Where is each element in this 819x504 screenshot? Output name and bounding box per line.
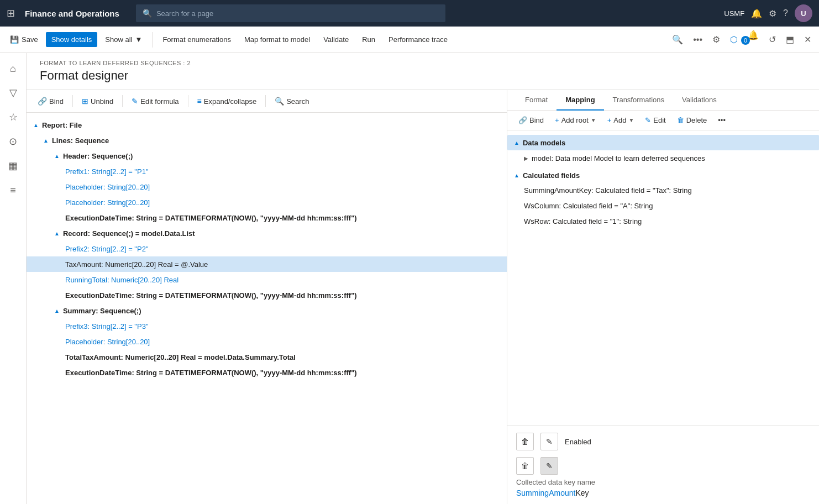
edit-formula-button[interactable]: ✎ Edit formula bbox=[127, 95, 183, 108]
page-header: FORMAT TO LEARN DEFERRED SEQUENCES : 2 F… bbox=[27, 53, 819, 90]
tab-mapping[interactable]: Mapping bbox=[556, 90, 603, 111]
search-icon[interactable]: 🔍 bbox=[669, 31, 686, 48]
edit-pencil-icon: ✎ bbox=[645, 116, 651, 124]
map-format-button[interactable]: Map format to model bbox=[239, 32, 316, 47]
collected-row: 🗑 ✎ bbox=[516, 457, 810, 475]
tree-item-taxamount[interactable]: TaxAmount: Numeric[20..20] Real = @.Valu… bbox=[27, 256, 507, 272]
more-button[interactable]: ••• bbox=[713, 114, 730, 127]
right-bottom-section: 🗑 ✎ Enabled 🗑 ✎ Collected data key name … bbox=[507, 426, 819, 504]
add-root-icon: + bbox=[555, 116, 559, 124]
tree-item-placeholder3[interactable]: Placeholder: String[20..20] bbox=[27, 334, 507, 349]
content-area: FORMAT TO LEARN DEFERRED SEQUENCES : 2 F… bbox=[27, 53, 819, 504]
arrow-model: ▶ bbox=[524, 155, 528, 161]
top-navigation: ⊞ Finance and Operations 🔍 USMF 🔔 ⚙ ? U bbox=[0, 0, 819, 27]
right-bind-button[interactable]: 🔗 Bind bbox=[514, 114, 548, 127]
global-search-input[interactable] bbox=[156, 9, 439, 18]
format-tree: ▲ Report: File ▲ Lines: Sequence ▲ Heade… bbox=[27, 113, 507, 504]
tree-item-prefix3[interactable]: Prefix3: String[2..2] = "P3" bbox=[27, 318, 507, 334]
grid-icon[interactable]: ⊞ bbox=[7, 7, 15, 19]
sidebar-calendar-icon[interactable]: ▦ bbox=[2, 155, 24, 177]
toolbar-right-actions: 🔍 ••• ⚙ ⬡ 🔔 0 ↺ ⬒ ✕ bbox=[669, 30, 815, 49]
tree-item-record[interactable]: ▲ Record: Sequence(;) = model.Data.List bbox=[27, 225, 507, 241]
collected-value-part1: Summing bbox=[516, 489, 549, 497]
model-item-model[interactable]: ▶ model: Data model Model to learn defer… bbox=[507, 150, 819, 166]
add-root-button[interactable]: + Add root ▼ bbox=[550, 114, 601, 127]
tree-label-record: Record: Sequence(;) = model.Data.List bbox=[63, 229, 195, 238]
tree-item-header[interactable]: ▲ Header: Sequence(;) bbox=[27, 148, 507, 164]
sidebar-icons: ⌂ ▽ ☆ ⊙ ▦ ≡ bbox=[0, 53, 27, 504]
tree-item-execdate2[interactable]: ExecutionDateTime: String = DATETIMEFORM… bbox=[27, 287, 507, 303]
run-button[interactable]: Run bbox=[356, 32, 381, 47]
right-bind-icon: 🔗 bbox=[518, 116, 527, 124]
tree-item-execdate1[interactable]: ExecutionDateTime: String = DATETIMEFORM… bbox=[27, 210, 507, 225]
show-details-button[interactable]: Show details bbox=[46, 32, 98, 47]
wscol-label: WsColumn: Calculated field = "A": String bbox=[524, 202, 653, 210]
notification-icon[interactable]: 🔔 bbox=[751, 8, 762, 19]
search-icon: 🔍 bbox=[143, 9, 152, 18]
settings-icon[interactable]: ⚙ bbox=[769, 8, 776, 19]
expand-collapse-button[interactable]: ≡ Expand/collapse bbox=[193, 95, 261, 108]
sidebar-recent-icon[interactable]: ⊙ bbox=[2, 130, 24, 153]
performance-trace-button[interactable]: Performance trace bbox=[383, 32, 453, 47]
user-avatar[interactable]: U bbox=[795, 4, 812, 22]
tree-item-placeholder1[interactable]: Placeholder: String[20..20] bbox=[27, 179, 507, 195]
data-models-label: Data models bbox=[523, 139, 565, 147]
tree-label-placeholder1: Placeholder: String[20..20] bbox=[65, 183, 150, 191]
app-title: Finance and Operations bbox=[25, 9, 119, 18]
validate-button[interactable]: Validate bbox=[318, 32, 354, 47]
tree-item-prefix2[interactable]: Prefix2: String[2..2] = "P2" bbox=[27, 241, 507, 256]
manage-icon[interactable]: ⚙ bbox=[709, 31, 723, 48]
tree-item-running[interactable]: RunningTotal: Numeric[20..20] Real bbox=[27, 272, 507, 287]
model-item-calc-fields[interactable]: ▲ Calculated fields bbox=[507, 166, 819, 182]
global-search-bar[interactable]: 🔍 bbox=[136, 4, 445, 22]
unbind-button[interactable]: ⊞ Unbind bbox=[77, 95, 118, 108]
office-icon[interactable]: ⬡ bbox=[727, 31, 741, 48]
tree-item-prefix1[interactable]: Prefix1: String[2..2] = "P1" bbox=[27, 164, 507, 179]
arrow-lines: ▲ bbox=[43, 138, 49, 144]
tree-item-totaltax[interactable]: TotalTaxAmount: Numeric[20..20] Real = m… bbox=[27, 349, 507, 365]
search-button[interactable]: 🔍 Search bbox=[270, 95, 313, 108]
tab-validations[interactable]: Validations bbox=[673, 90, 726, 111]
collected-delete-button[interactable]: 🗑 bbox=[516, 457, 534, 475]
sidebar-home-icon[interactable]: ⌂ bbox=[2, 57, 24, 80]
add-button[interactable]: + Add ▼ bbox=[603, 114, 639, 127]
tree-label-report: Report: File bbox=[42, 121, 82, 129]
breadcrumb: FORMAT TO LEARN DEFERRED SEQUENCES : 2 bbox=[40, 60, 806, 66]
tree-label-execdate2: ExecutionDateTime: String = DATETIMEFORM… bbox=[65, 291, 357, 300]
save-button[interactable]: 💾 Save bbox=[4, 32, 44, 47]
model-item-wscol[interactable]: WsColumn: Calculated field = "A": String bbox=[507, 198, 819, 213]
model-item-data-models[interactable]: ▲ Data models bbox=[507, 135, 819, 150]
enabled-delete-button[interactable]: 🗑 bbox=[516, 433, 534, 450]
edit-button[interactable]: ✎ Edit bbox=[641, 114, 670, 127]
help-icon[interactable]: ? bbox=[783, 8, 788, 18]
tree-item-placeholder2[interactable]: Placeholder: String[20..20] bbox=[27, 195, 507, 210]
model-item-wsrow[interactable]: WsRow: Calculated field = "1": String bbox=[507, 213, 819, 229]
more-dots-icon: ••• bbox=[718, 116, 726, 124]
tree-item-execdate3[interactable]: ExecutionDateTime: String = DATETIMEFORM… bbox=[27, 365, 507, 380]
tree-item-report[interactable]: ▲ Report: File bbox=[27, 117, 507, 133]
sidebar-filter-icon[interactable]: ▽ bbox=[2, 82, 24, 104]
delete-button[interactable]: 🗑 Delete bbox=[673, 114, 712, 127]
bind-button[interactable]: 🔗 Bind bbox=[33, 95, 68, 108]
open-new-icon[interactable]: ⬒ bbox=[783, 31, 797, 48]
tree-label-header: Header: Sequence(;) bbox=[63, 152, 133, 160]
sidebar-list-icon[interactable]: ≡ bbox=[2, 179, 24, 201]
sidebar-favorites-icon[interactable]: ☆ bbox=[2, 106, 24, 128]
tree-item-lines[interactable]: ▲ Lines: Sequence bbox=[27, 133, 507, 148]
refresh-icon[interactable]: ↺ bbox=[765, 31, 779, 48]
tree-label-execdate3: ExecutionDateTime: String = DATETIMEFORM… bbox=[65, 369, 357, 377]
collected-edit-button[interactable]: ✎ bbox=[540, 457, 558, 475]
tool-sep-4 bbox=[265, 95, 266, 107]
add-icon: + bbox=[607, 116, 612, 124]
tab-format[interactable]: Format bbox=[516, 90, 556, 111]
format-enumerations-button[interactable]: Format enumerations bbox=[157, 32, 237, 47]
show-all-button[interactable]: Show all ▼ bbox=[99, 32, 148, 47]
model-item-summing[interactable]: SummingAmountKey: Calculated field = "Ta… bbox=[507, 182, 819, 198]
enabled-edit-button[interactable]: ✎ bbox=[540, 433, 558, 450]
tree-item-summary[interactable]: ▲ Summary: Sequence(;) bbox=[27, 303, 507, 318]
tree-label-summary: Summary: Sequence(;) bbox=[63, 307, 141, 315]
format-toolbar: 🔗 Bind ⊞ Unbind ✎ Edit formula bbox=[27, 90, 507, 113]
tab-transformations[interactable]: Transformations bbox=[604, 90, 673, 111]
close-icon[interactable]: ✕ bbox=[801, 31, 815, 48]
more-options-icon[interactable]: ••• bbox=[690, 32, 706, 48]
